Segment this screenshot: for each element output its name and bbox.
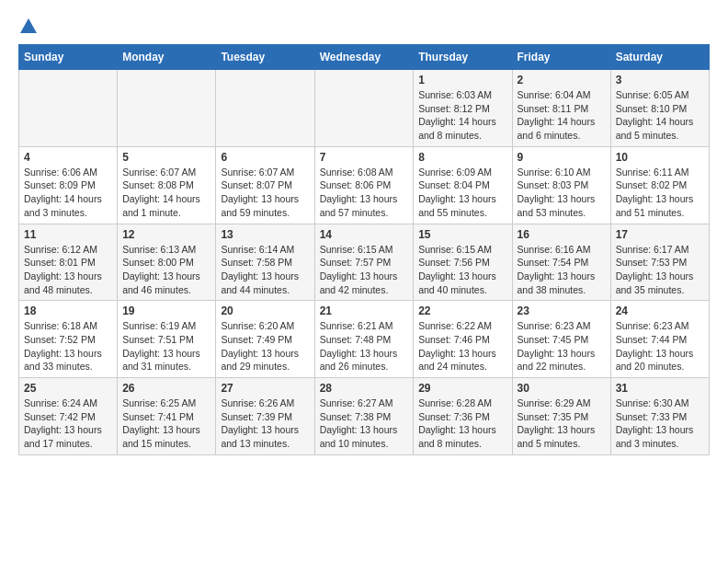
col-sunday: Sunday: [19, 45, 118, 70]
day-number: 21: [320, 304, 409, 317]
logo-icon: [20, 18, 37, 33]
day-info: Sunrise: 6:07 AM Sunset: 8:07 PM Dayligh…: [221, 166, 309, 220]
svg-marker-0: [20, 18, 37, 33]
week-row-5: 25Sunrise: 6:24 AM Sunset: 7:42 PM Dayli…: [19, 378, 710, 455]
col-wednesday: Wednesday: [314, 45, 414, 70]
col-thursday: Thursday: [414, 45, 512, 70]
day-number: 20: [221, 304, 309, 317]
day-number: 22: [418, 304, 506, 317]
day-info: Sunrise: 6:20 AM Sunset: 7:49 PM Dayligh…: [221, 319, 309, 373]
day-info: Sunrise: 6:30 AM Sunset: 7:33 PM Dayligh…: [616, 396, 704, 451]
calendar-cell: 21Sunrise: 6:21 AM Sunset: 7:48 PM Dayli…: [314, 301, 414, 378]
day-info: Sunrise: 6:23 AM Sunset: 7:45 PM Dayligh…: [518, 319, 606, 373]
day-info: Sunrise: 6:13 AM Sunset: 8:00 PM Dayligh…: [122, 243, 210, 297]
calendar-cell: 12Sunrise: 6:13 AM Sunset: 8:00 PM Dayli…: [118, 224, 216, 301]
day-number: 7: [320, 151, 409, 164]
calendar-cell: 7Sunrise: 6:08 AM Sunset: 8:06 PM Daylig…: [314, 146, 414, 224]
calendar-cell: 6Sunrise: 6:07 AM Sunset: 8:07 PM Daylig…: [216, 146, 314, 224]
day-info: Sunrise: 6:27 AM Sunset: 7:38 PM Dayligh…: [320, 396, 409, 451]
calendar-cell: 3Sunrise: 6:05 AM Sunset: 8:10 PM Daylig…: [610, 70, 709, 147]
day-number: 1: [418, 74, 506, 86]
calendar-cell: [118, 70, 216, 147]
day-info: Sunrise: 6:26 AM Sunset: 7:39 PM Dayligh…: [221, 396, 309, 451]
calendar-cell: 5Sunrise: 6:07 AM Sunset: 8:08 PM Daylig…: [118, 146, 216, 224]
day-number: 12: [122, 228, 210, 241]
calendar-cell: 23Sunrise: 6:23 AM Sunset: 7:45 PM Dayli…: [512, 301, 610, 378]
calendar-cell: 14Sunrise: 6:15 AM Sunset: 7:57 PM Dayli…: [314, 224, 414, 301]
day-number: 16: [518, 228, 606, 241]
calendar-cell: 19Sunrise: 6:19 AM Sunset: 7:51 PM Dayli…: [118, 301, 216, 378]
day-number: 18: [24, 304, 112, 317]
day-number: 25: [24, 382, 112, 395]
calendar-cell: 30Sunrise: 6:29 AM Sunset: 7:35 PM Dayli…: [512, 378, 610, 455]
header-row: Sunday Monday Tuesday Wednesday Thursday…: [19, 45, 710, 70]
day-number: 14: [320, 228, 409, 241]
day-number: 4: [24, 151, 112, 164]
day-number: 17: [616, 228, 704, 241]
day-number: 29: [418, 382, 506, 395]
calendar-cell: 25Sunrise: 6:24 AM Sunset: 7:42 PM Dayli…: [19, 378, 118, 455]
col-tuesday: Tuesday: [216, 45, 314, 70]
calendar-cell: 22Sunrise: 6:22 AM Sunset: 7:46 PM Dayli…: [414, 301, 512, 378]
calendar-cell: 10Sunrise: 6:11 AM Sunset: 8:02 PM Dayli…: [610, 146, 709, 224]
week-row-3: 11Sunrise: 6:12 AM Sunset: 8:01 PM Dayli…: [19, 224, 710, 301]
day-number: 30: [518, 382, 606, 395]
calendar-cell: 2Sunrise: 6:04 AM Sunset: 8:11 PM Daylig…: [512, 70, 610, 147]
calendar-cell: [216, 70, 314, 147]
day-number: 31: [616, 382, 704, 395]
day-number: 19: [122, 304, 210, 317]
calendar-cell: [314, 70, 414, 147]
day-number: 11: [24, 228, 112, 241]
day-info: Sunrise: 6:08 AM Sunset: 8:06 PM Dayligh…: [320, 166, 409, 220]
day-number: 6: [221, 151, 309, 164]
week-row-2: 4Sunrise: 6:06 AM Sunset: 8:09 PM Daylig…: [19, 146, 710, 224]
calendar-cell: 11Sunrise: 6:12 AM Sunset: 8:01 PM Dayli…: [19, 224, 118, 301]
day-info: Sunrise: 6:12 AM Sunset: 8:01 PM Dayligh…: [24, 243, 112, 297]
day-number: 3: [616, 74, 704, 86]
day-info: Sunrise: 6:22 AM Sunset: 7:46 PM Dayligh…: [418, 319, 506, 373]
week-row-4: 18Sunrise: 6:18 AM Sunset: 7:52 PM Dayli…: [19, 301, 710, 378]
calendar-body: 1Sunrise: 6:03 AM Sunset: 8:12 PM Daylig…: [19, 70, 710, 455]
day-info: Sunrise: 6:25 AM Sunset: 7:41 PM Dayligh…: [122, 396, 210, 451]
day-info: Sunrise: 6:03 AM Sunset: 8:12 PM Dayligh…: [418, 88, 506, 143]
calendar-cell: 27Sunrise: 6:26 AM Sunset: 7:39 PM Dayli…: [216, 378, 314, 455]
calendar-table: Sunday Monday Tuesday Wednesday Thursday…: [18, 44, 710, 455]
calendar-cell: 13Sunrise: 6:14 AM Sunset: 7:58 PM Dayli…: [216, 224, 314, 301]
day-info: Sunrise: 6:11 AM Sunset: 8:02 PM Dayligh…: [616, 166, 704, 220]
logo: [18, 18, 37, 35]
day-info: Sunrise: 6:04 AM Sunset: 8:11 PM Dayligh…: [518, 88, 606, 143]
day-info: Sunrise: 6:19 AM Sunset: 7:51 PM Dayligh…: [122, 319, 210, 373]
col-saturday: Saturday: [610, 45, 709, 70]
header: [18, 18, 710, 35]
day-info: Sunrise: 6:17 AM Sunset: 7:53 PM Dayligh…: [616, 243, 704, 297]
day-number: 13: [221, 228, 309, 241]
calendar-cell: 15Sunrise: 6:15 AM Sunset: 7:56 PM Dayli…: [414, 224, 512, 301]
day-info: Sunrise: 6:10 AM Sunset: 8:03 PM Dayligh…: [518, 166, 606, 220]
day-info: Sunrise: 6:09 AM Sunset: 8:04 PM Dayligh…: [418, 166, 506, 220]
day-info: Sunrise: 6:18 AM Sunset: 7:52 PM Dayligh…: [24, 319, 112, 373]
day-number: 9: [518, 151, 606, 164]
calendar-cell: 26Sunrise: 6:25 AM Sunset: 7:41 PM Dayli…: [118, 378, 216, 455]
day-info: Sunrise: 6:16 AM Sunset: 7:54 PM Dayligh…: [518, 243, 606, 297]
day-info: Sunrise: 6:23 AM Sunset: 7:44 PM Dayligh…: [616, 319, 704, 373]
day-info: Sunrise: 6:05 AM Sunset: 8:10 PM Dayligh…: [616, 88, 704, 143]
calendar-cell: 16Sunrise: 6:16 AM Sunset: 7:54 PM Dayli…: [512, 224, 610, 301]
day-number: 23: [518, 304, 606, 317]
day-info: Sunrise: 6:15 AM Sunset: 7:57 PM Dayligh…: [320, 243, 409, 297]
day-info: Sunrise: 6:21 AM Sunset: 7:48 PM Dayligh…: [320, 319, 409, 373]
day-number: 5: [122, 151, 210, 164]
calendar-cell: 9Sunrise: 6:10 AM Sunset: 8:03 PM Daylig…: [512, 146, 610, 224]
day-info: Sunrise: 6:24 AM Sunset: 7:42 PM Dayligh…: [24, 396, 112, 451]
calendar-cell: 29Sunrise: 6:28 AM Sunset: 7:36 PM Dayli…: [414, 378, 512, 455]
calendar-cell: 24Sunrise: 6:23 AM Sunset: 7:44 PM Dayli…: [610, 301, 709, 378]
calendar-cell: 1Sunrise: 6:03 AM Sunset: 8:12 PM Daylig…: [414, 70, 512, 147]
col-monday: Monday: [118, 45, 216, 70]
col-friday: Friday: [512, 45, 610, 70]
day-info: Sunrise: 6:15 AM Sunset: 7:56 PM Dayligh…: [418, 243, 506, 297]
calendar-cell: [19, 70, 118, 147]
calendar-cell: 28Sunrise: 6:27 AM Sunset: 7:38 PM Dayli…: [314, 378, 414, 455]
calendar-cell: 18Sunrise: 6:18 AM Sunset: 7:52 PM Dayli…: [19, 301, 118, 378]
week-row-1: 1Sunrise: 6:03 AM Sunset: 8:12 PM Daylig…: [19, 70, 710, 147]
day-info: Sunrise: 6:07 AM Sunset: 8:08 PM Dayligh…: [122, 166, 210, 220]
day-info: Sunrise: 6:28 AM Sunset: 7:36 PM Dayligh…: [418, 396, 506, 451]
